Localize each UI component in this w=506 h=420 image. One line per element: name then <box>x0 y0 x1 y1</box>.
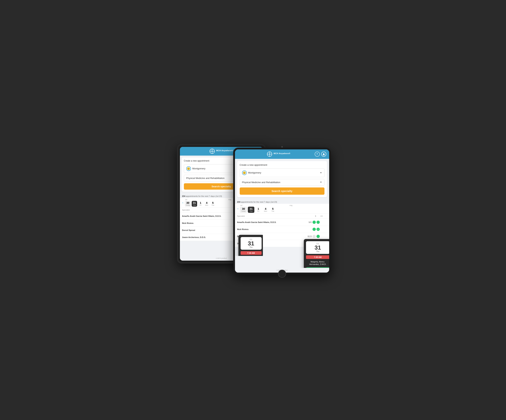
app-header-front: MCH Anywhere® ? <box>235 149 329 159</box>
globe-icon-front <box>267 151 272 157</box>
slot-dot[interactable] <box>313 228 316 231</box>
summary-front: 234 appointments for the next 7 days (Ju… <box>235 199 329 204</box>
popup-weekday-front: Thu <box>307 250 329 252</box>
cal-day-30-back[interactable]: 30 Today <box>185 201 191 207</box>
cal-day-31-back[interactable]: 31 Thu <box>192 201 197 207</box>
slot-check[interactable]: ✓ <box>317 228 320 231</box>
col-am-front: AM <box>316 215 327 217</box>
search-button-front[interactable]: Search specialty <box>240 187 325 195</box>
slot-empty[interactable] <box>313 235 316 238</box>
specialist-row-1-front: Nick Riviera ✓ <box>235 226 329 233</box>
patient-chevron-front: ▼ <box>320 171 322 174</box>
scene: MCH Anywhere® ? Create a new appointment <box>172 142 335 278</box>
cal-prev-back[interactable]: ‹ <box>181 200 184 205</box>
patient-name-front: Montgomery <box>248 171 261 174</box>
popup-doctor-front: Maigrely, Abreu-Hernandez, D.M.D. <box>306 260 329 266</box>
reserve-button-front[interactable]: Reserve <box>306 267 329 268</box>
popup-date-front: Jul 31 Thu <box>306 241 329 254</box>
specialists-header-front: Specialist $ AM <box>235 214 329 219</box>
app-title-back: MCH Anywhere® <box>216 149 233 153</box>
cal-day-1-back[interactable]: 1 Fri <box>198 201 203 207</box>
month-aug-front: Aug <box>290 204 327 206</box>
header-center-back: MCH Anywhere® <box>210 149 233 154</box>
cal-day-30-front[interactable]: 30 Today <box>240 207 247 213</box>
popup-time-back: 7:30 AM <box>240 251 262 255</box>
header-icons-front: ? <box>315 151 326 157</box>
col-price-front: $ <box>310 215 316 217</box>
summary-count-back: 234 <box>182 195 185 197</box>
help-button-front[interactable]: ? <box>315 151 320 157</box>
calendar-strip-front: ‹ Jul Aug 30 Today <box>235 204 329 214</box>
patient-avatar-back: 😊 <box>186 166 191 171</box>
month-jul-front: Jul <box>240 204 278 206</box>
footer-front: A MCH product <box>235 268 329 273</box>
popup-day-front: 31 <box>307 244 329 250</box>
popup-time-front: 7:30 AM <box>306 255 329 259</box>
cal-prev-front[interactable]: ‹ <box>236 206 240 211</box>
specialty-select-front[interactable]: Physical Medicine and Rehabilitation ▼ <box>240 179 325 186</box>
appointment-popup-front: Jul 31 Thu 7:30 AM Maigrely, Abreu-Herna… <box>304 239 329 268</box>
col-specialist-front: Specialist <box>237 215 310 217</box>
cal-months-front: Jul Aug 30 Today 31 Thu <box>240 204 328 213</box>
cal-day-5-back[interactable]: 5 Tue <box>210 201 216 207</box>
cal-day-1-front[interactable]: 1 Fri <box>255 207 262 213</box>
slot-dot[interactable] <box>317 235 320 238</box>
header-center-front: MCH Anywhere® <box>267 151 290 157</box>
patient-name-back: Montgomery <box>192 167 206 170</box>
summary-text-front: appointments for the next 7 days (Jul 23… <box>241 201 277 203</box>
popup-weekday-back: Thu <box>242 246 260 248</box>
slot-dot[interactable] <box>317 221 320 224</box>
patient-avatar-front: 😊 <box>242 171 247 175</box>
specialist-row-0-front: Amarfis Anahi Garcia Saint Hilaire, D.D.… <box>235 219 329 226</box>
appointment-popup-back: Jul 31 Thu 7:30 AM Maigrely, Abreu-Herna… <box>238 235 263 256</box>
form-card-front: Create a new appointment 😊 Montgomery ▼ <box>237 161 327 197</box>
popup-day-back: 31 <box>242 240 260 246</box>
svg-point-0 <box>323 153 324 154</box>
specialty-chevron-front: ▼ <box>320 181 322 184</box>
cal-day-4-back[interactable]: 4 Mon <box>204 201 209 207</box>
month-jul-back: Jul <box>185 199 217 201</box>
cal-day-4-front[interactable]: 4 Mon <box>262 207 269 213</box>
user-button-front[interactable] <box>321 151 326 157</box>
form-title-front: Create a new appointment <box>240 164 325 166</box>
globe-icon-back <box>210 149 215 154</box>
summary-count-front: 234 <box>237 201 240 203</box>
popup-date-back: Jul 31 Thu <box>240 237 262 249</box>
cal-day-31-front[interactable]: 31 Thu <box>248 207 254 213</box>
cal-dates-front: 30 Today 31 Thu 1 Fri <box>240 207 328 213</box>
patient-select-front[interactable]: 😊 Montgomery ▼ <box>240 168 325 177</box>
specialty-text-front: Physical Medicine and Rehabilitation <box>242 181 280 184</box>
app-title-front: MCH Anywhere® <box>273 152 290 156</box>
summary-text-back: appointments for the next 7 days (Jul 23… <box>186 195 222 197</box>
specialty-text-back: Physical Medicine and Rehabilitation <box>186 177 225 179</box>
cal-day-5-front[interactable]: 5 Tue <box>270 207 276 213</box>
slot-dot[interactable] <box>313 221 316 224</box>
